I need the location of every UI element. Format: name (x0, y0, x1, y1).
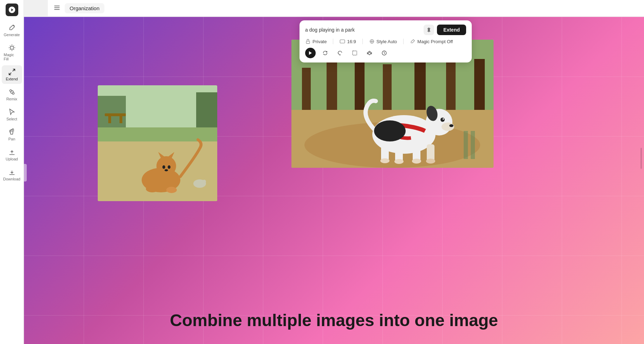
svg-rect-43 (427, 144, 434, 161)
main-canvas-area: Organization (24, 0, 644, 344)
prompt-top-row: Extend (305, 25, 466, 35)
sidebar-item-remix[interactable]: Remix (2, 85, 22, 104)
svg-point-48 (374, 120, 406, 141)
sidebar-label-pan: Pan (8, 137, 15, 141)
svg-point-36 (449, 124, 453, 127)
sidebar-label-download: Download (3, 177, 20, 181)
prompt-settings-button[interactable] (424, 25, 434, 35)
select-icon (8, 108, 16, 116)
svg-point-46 (412, 159, 421, 164)
svg-point-44 (380, 158, 389, 163)
refresh-button[interactable] (320, 48, 330, 58)
pan-icon (8, 128, 16, 136)
svg-point-38 (443, 118, 444, 120)
svg-point-2 (12, 92, 14, 94)
aspect-ratio-label: 16:9 (347, 39, 356, 44)
private-option[interactable]: Private (305, 39, 327, 44)
hamburger-icon (53, 4, 60, 11)
svg-point-16 (168, 165, 170, 169)
svg-rect-49 (464, 131, 468, 159)
svg-point-12 (156, 156, 176, 176)
private-label: Private (313, 39, 327, 44)
sidebar-item-upload[interactable]: Upload (2, 145, 22, 164)
magic-prompt-label: Magic Prompt Off (417, 39, 453, 44)
svg-rect-52 (306, 41, 309, 44)
history-icon (381, 50, 387, 56)
svg-point-47 (426, 159, 435, 164)
sidebar-item-generate[interactable]: Generate (2, 21, 22, 40)
svg-point-17 (165, 169, 168, 171)
lock-icon (305, 39, 311, 44)
option-divider-3 (403, 39, 404, 44)
lasso-icon (337, 50, 343, 56)
sidebar-label-extend: Extend (6, 77, 18, 81)
sidebar-label-generate: Generate (4, 33, 20, 37)
sidebar-label-remix: Remix (6, 97, 17, 101)
option-divider-2 (362, 39, 363, 44)
svg-rect-8 (105, 113, 126, 116)
play-button[interactable] (305, 48, 316, 58)
svg-point-45 (394, 159, 404, 164)
remix-icon (8, 88, 16, 96)
svg-rect-55 (353, 51, 357, 55)
extend-icon (8, 68, 16, 76)
magic-prompt-option[interactable]: Magic Prompt Off (410, 39, 453, 44)
prompt-options-row: Private 16:9 Style Auto (305, 39, 466, 44)
magic-fill-icon (8, 44, 16, 52)
aspect-ratio-option[interactable]: 16:9 (340, 39, 356, 44)
app-logo[interactable] (6, 4, 18, 16)
logo-icon (8, 6, 16, 14)
aspect-ratio-icon (340, 39, 345, 44)
prompt-actions-row (305, 48, 466, 58)
sidebar-item-magic-fill[interactable]: Magic Fill (2, 41, 22, 64)
svg-rect-9 (108, 116, 111, 123)
left-scrollbar[interactable] (24, 164, 27, 181)
canvas-background: Combine multiple images into one image E… (24, 17, 644, 344)
menu-button[interactable] (53, 4, 60, 13)
option-divider-1 (333, 39, 333, 44)
sidebar-item-download[interactable]: Download (2, 165, 22, 184)
svg-rect-50 (471, 131, 475, 159)
style-label: Style Auto (376, 39, 397, 44)
prompt-input[interactable] (305, 27, 421, 33)
layers-icon (367, 50, 372, 56)
svg-point-0 (10, 46, 13, 49)
sidebar: Generate Magic Fill Extend Remix Select (0, 0, 24, 344)
download-icon (8, 168, 16, 176)
extend-button[interactable]: Extend (437, 25, 466, 35)
sidebar-item-select[interactable]: Select (2, 105, 22, 124)
magic-wand-icon (410, 39, 416, 44)
svg-point-1 (9, 90, 11, 92)
settings-icon (426, 27, 432, 33)
svg-rect-10 (120, 116, 122, 123)
topbar: Organization (48, 0, 644, 17)
cat-image[interactable] (98, 85, 217, 201)
layers-button[interactable] (364, 48, 375, 58)
bottom-headline: Combine multiple images into one image (24, 311, 644, 330)
sidebar-item-extend[interactable]: Extend (2, 65, 22, 84)
prompt-popup: Extend Private 16:9 (300, 20, 472, 62)
style-icon (369, 39, 375, 44)
svg-point-20 (146, 185, 159, 192)
marquee-icon (352, 50, 358, 56)
svg-point-19 (202, 180, 206, 183)
marquee-button[interactable] (349, 48, 360, 58)
wand-icon (8, 24, 16, 32)
org-button[interactable]: Organization (65, 3, 104, 13)
svg-point-21 (166, 187, 177, 193)
svg-rect-5 (196, 92, 217, 127)
sidebar-item-pan[interactable]: Pan (2, 125, 22, 144)
sidebar-label-upload: Upload (6, 157, 18, 161)
cat-scene-svg (98, 85, 217, 201)
style-option[interactable]: Style Auto (369, 39, 397, 44)
history-button[interactable] (379, 48, 389, 58)
lasso-button[interactable] (335, 48, 345, 58)
refresh-icon (322, 50, 328, 56)
svg-rect-53 (340, 40, 345, 43)
play-icon (308, 51, 313, 55)
svg-point-37 (440, 118, 445, 122)
sidebar-label-magic-fill: Magic Fill (4, 53, 20, 61)
right-scrollbar[interactable] (640, 148, 642, 169)
upload-icon (8, 148, 16, 156)
cat-image-inner (98, 85, 217, 201)
